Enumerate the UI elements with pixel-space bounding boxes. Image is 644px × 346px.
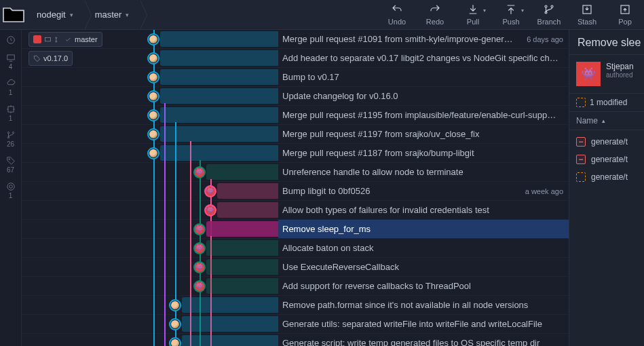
commit-message-cell: Merge pull request #1197 from srajko/uv_… [278, 125, 569, 143]
breadcrumb-repo[interactable]: nodegit ▾ [27, 0, 86, 29]
remote-icon [33, 35, 41, 43]
commit-message-cell: Use ExecuteReverseCallback [278, 258, 569, 276]
commit-message-cell: Remove path.format since it's not availa… [278, 296, 569, 314]
commit-time: 6 days ago [527, 35, 563, 43]
commit-message: Generate utils: separated writeFile into… [282, 319, 563, 329]
commit-row[interactable]: 👾Use ExecuteReverseCallback [22, 258, 569, 277]
changed-file[interactable]: generate/t [569, 168, 644, 186]
commit-row[interactable]: 👾Unreference handle to allow node to ter… [22, 163, 569, 182]
rail-local[interactable]: 4 [6, 53, 16, 71]
commit-avatar [147, 128, 159, 140]
commit-row[interactable]: Merge pull request #1197 from srajko/uv_… [22, 125, 569, 144]
ref-label-text: v0.17.0 [43, 54, 68, 62]
commit-row[interactable]: v0.17.0Add header to separate v0.17 libg… [22, 49, 569, 68]
graph-cell [22, 296, 278, 314]
commit-message-cell: Bump to v0.17 [278, 68, 569, 86]
deleted-icon: − [576, 137, 586, 147]
commit-row[interactable]: Generate utils: separated writeFile into… [22, 315, 569, 334]
graph-cell: 👾 [22, 201, 278, 219]
commit-row[interactable]: Merge pull request #1195 from implausibl… [22, 106, 569, 125]
rail-crosshair[interactable]: 1 [6, 104, 16, 122]
commit-avatar [169, 318, 181, 330]
commit-row[interactable]: 👾Remove sleep_for_ms [22, 220, 569, 239]
rail-clock[interactable] [6, 35, 16, 45]
check-icon [64, 36, 72, 43]
author-avatar: 👾 [576, 62, 601, 86]
branch-button[interactable]: Branch [530, 0, 568, 29]
commit-alien-icon: 👾 [193, 280, 206, 292]
commit-row[interactable]: 👾Add support for reverse callbacks to Th… [22, 277, 569, 296]
open-folder-button[interactable] [0, 0, 27, 29]
file-name: generate/t [591, 155, 628, 164]
undo-button[interactable]: Undo [378, 0, 416, 29]
commit-message: Allocate baton on stack [282, 243, 563, 253]
commit-avatar [147, 109, 159, 121]
breadcrumb-branch[interactable]: master ▾ [86, 0, 142, 29]
pop-button[interactable]: Pop [606, 0, 644, 29]
author-name: Stjepan [606, 62, 634, 71]
commit-row[interactable]: Update changelog for v0.16.0 [22, 87, 569, 106]
commit-alien-icon: 👾 [204, 185, 216, 197]
commit-row[interactable]: masterMerge pull request #1091 from smit… [22, 30, 569, 49]
tag-icon [33, 55, 41, 62]
rail-submodules[interactable]: 1 [6, 182, 16, 199]
svg-rect-14 [45, 37, 50, 41]
graph-cell: v0.17.0 [22, 49, 278, 67]
commit-alien-icon: 👾 [193, 223, 206, 235]
commit-avatar [169, 337, 181, 347]
file-name: generate/t [591, 172, 628, 182]
svg-point-15 [56, 37, 57, 38]
commit-row[interactable]: 👾Allow both types of failures for invali… [22, 201, 569, 220]
chevron-down-icon: ▾ [521, 7, 524, 14]
left-rail: 4 1 1 26 67 1 [0, 30, 22, 346]
commit-row[interactable]: 👾Allocate baton on stack [22, 239, 569, 258]
graph-cell [22, 334, 278, 346]
redo-button[interactable]: Redo [416, 0, 454, 29]
toolbar: nodegit ▾ master ▾ Undo Redo Pull ▾ Push… [0, 0, 644, 30]
detail-title: Remove slee [569, 30, 644, 55]
commit-row[interactable]: Bump to v0.17 [22, 68, 569, 87]
commit-row[interactable]: Merge pull request #1187 from srajko/bum… [22, 144, 569, 163]
ref-tag[interactable]: v0.17.0 [29, 51, 73, 66]
svg-rect-6 [7, 55, 14, 60]
rail-branches[interactable]: 26 [6, 130, 16, 148]
commit-message: Merge pull request #1187 from srajko/bum… [282, 148, 563, 158]
commit-avatar [147, 33, 159, 45]
commit-row[interactable]: Generate script: write temp generated fi… [22, 334, 569, 346]
graph-cell [22, 87, 278, 105]
commit-time: a week ago [525, 187, 563, 195]
commit-avatar [147, 147, 159, 159]
modified-summary[interactable]: 1 modified [569, 93, 644, 112]
modified-icon [576, 172, 586, 182]
ref-master[interactable]: master [29, 32, 102, 47]
graph-cell: 👾 [22, 182, 278, 200]
commit-message: Bump libgit to 0bf0526 [282, 186, 520, 196]
graph-cell [22, 106, 278, 124]
file-column-header[interactable]: Name ▴ [569, 112, 644, 130]
pull-button[interactable]: Pull ▾ [454, 0, 492, 29]
breadcrumb-repo-label: nodegit [37, 9, 66, 20]
detail-panel: Remove slee 👾 Stjepan authored 1 modifie… [569, 30, 644, 346]
graph-cell [22, 144, 278, 162]
commit-message-cell: Generate utils: separated writeFile into… [278, 315, 569, 333]
rail-remote[interactable]: 1 [6, 79, 16, 96]
commit-row[interactable]: 👾Bump libgit to 0bf0526a week ago [22, 182, 569, 201]
svg-point-13 [9, 185, 12, 189]
commit-message-cell: Update changelog for v0.16.0 [278, 87, 569, 105]
commit-avatar [147, 90, 159, 102]
graph-cell: 👾 [22, 220, 278, 238]
commit-row[interactable]: Remove path.format since it's not availa… [22, 296, 569, 315]
commit-message-cell: Add header to separate v0.17 libgit2 cha… [278, 49, 569, 67]
commit-message-cell: Add support for reverse callbacks to Thr… [278, 277, 569, 295]
rail-tags[interactable]: 67 [6, 156, 16, 174]
commit-alien-icon: 👾 [193, 242, 206, 254]
commit-message-cell: Merge pull request #1187 from srajko/bum… [278, 144, 569, 162]
stash-button[interactable]: Stash [568, 0, 606, 29]
svg-point-11 [8, 159, 10, 160]
graph-cell: 👾 [22, 239, 278, 257]
push-button[interactable]: Push ▾ [492, 0, 530, 29]
changed-file[interactable]: −generate/t [569, 133, 644, 151]
changed-file[interactable]: −generate/t [569, 151, 644, 168]
breadcrumb-branch-label: master [95, 9, 122, 20]
commit-message: Merge pull request #1195 from implausibl… [282, 110, 563, 120]
